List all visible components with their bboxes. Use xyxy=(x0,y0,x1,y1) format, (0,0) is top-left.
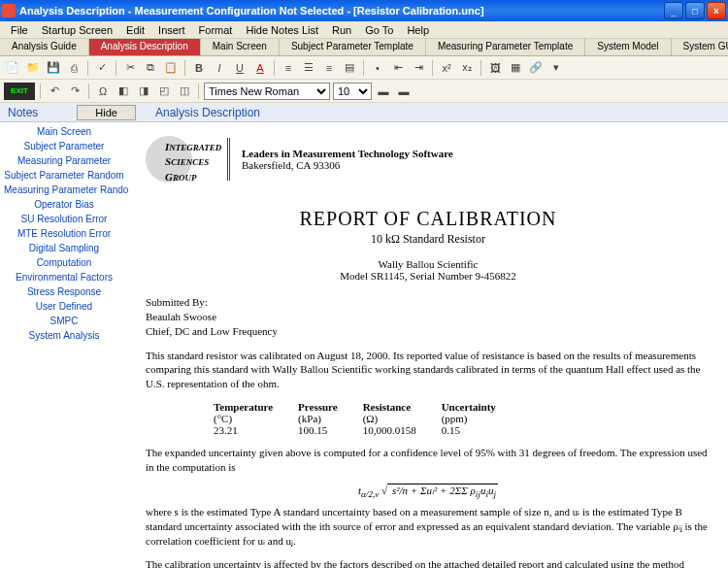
manufacturer: Wally Ballou Scientific xyxy=(146,258,711,270)
super-icon[interactable]: x² xyxy=(438,59,455,77)
sub-icon[interactable]: x₂ xyxy=(458,59,476,77)
exit-button[interactable]: EXIT xyxy=(4,83,35,100)
menu-format[interactable]: Format xyxy=(192,22,240,38)
maximize-button[interactable]: □ xyxy=(685,2,705,19)
tab-system-gui[interactable]: System GUI xyxy=(672,39,728,55)
app-icon xyxy=(2,4,16,17)
menu-startup-screen[interactable]: Startup Screen xyxy=(35,22,119,38)
paragraph-3: where s is the estimated Type A standard… xyxy=(146,505,711,549)
nav-smpc[interactable]: SMPC xyxy=(0,314,128,328)
image-icon[interactable]: 🖼 xyxy=(486,59,504,77)
nav-main-screen[interactable]: Main Screen xyxy=(0,124,128,139)
report-title: REPORT OF CALIBRATION xyxy=(146,208,711,230)
new-icon[interactable]: 📄 xyxy=(4,59,21,77)
nav-stress-response[interactable]: Stress Response xyxy=(0,284,128,299)
separator xyxy=(184,60,185,76)
nav-measuring-parameter-random[interactable]: Measuring Parameter Random xyxy=(0,183,128,197)
open-icon[interactable]: 📁 xyxy=(24,59,42,77)
unit-temperature: (°C) xyxy=(214,413,298,424)
nav-mte-resolution-error[interactable]: MTE Resolution Error xyxy=(0,226,128,241)
tagline: Leaders in Measurement Technology Softwa… xyxy=(242,148,453,159)
font-select[interactable]: Times New Roman xyxy=(204,83,330,100)
align-justify-icon[interactable]: ▤ xyxy=(341,59,358,77)
minimize-button[interactable]: _ xyxy=(664,2,683,19)
copy-icon[interactable]: ⧉ xyxy=(142,59,159,77)
paste-icon[interactable]: 📋 xyxy=(162,59,180,77)
nav-environmental-factors[interactable]: Environmental Factors xyxy=(0,270,128,284)
menu-hide-notes-list[interactable]: Hide Notes List xyxy=(239,22,325,38)
sub2-icon[interactable]: ◧ xyxy=(115,83,132,100)
unit-pressure: (kPa) xyxy=(298,413,363,424)
tab-measuring-parameter-template[interactable]: Measuring Parameter Template xyxy=(426,39,585,55)
tab-subject-parameter-template[interactable]: Subject Parameter Template xyxy=(280,39,426,55)
clear-icon[interactable]: ◫ xyxy=(176,83,193,100)
separator xyxy=(480,60,481,76)
line-right-icon[interactable]: ▬ xyxy=(395,83,413,100)
italic-icon[interactable]: I xyxy=(211,59,228,77)
separator xyxy=(274,60,275,76)
logo-icon: INTEGRATED SCIENCES GROUP xyxy=(146,134,215,184)
nav-operator-bias[interactable]: Operator Bias xyxy=(0,197,128,212)
bullets-icon[interactable]: • xyxy=(369,59,386,77)
print-icon[interactable]: ⎙ xyxy=(65,59,83,77)
nav-su-resolution-error[interactable]: SU Resolution Error xyxy=(0,212,128,226)
underline-icon[interactable]: U xyxy=(231,59,248,77)
letterhead-text: Leaders in Measurement Technology Softwa… xyxy=(242,148,453,171)
nav-subject-parameter[interactable]: Subject Parameter xyxy=(0,139,128,153)
tabbar: Analysis Guide Analysis Description Main… xyxy=(0,39,728,56)
notes-title: Analysis Description xyxy=(155,106,260,119)
submitted-label: Submitted By: xyxy=(146,295,711,310)
tab-analysis-guide[interactable]: Analysis Guide xyxy=(0,39,89,55)
nav-user-defined[interactable]: User Defined xyxy=(0,299,128,314)
close-button[interactable]: × xyxy=(707,2,726,19)
undo-icon[interactable]: ↶ xyxy=(46,83,63,100)
formula: tα/2,ν √ s²/n + Σuᵢ² + 2ΣΣ ρijuiuj xyxy=(146,484,711,499)
align-right-icon[interactable]: ≡ xyxy=(320,59,338,77)
separator xyxy=(87,60,88,76)
redo-icon[interactable]: ↷ xyxy=(66,83,83,100)
menu-run[interactable]: Run xyxy=(325,22,358,38)
submitter-title: Chief, DC and Low Frequency xyxy=(146,324,711,339)
cut-icon[interactable]: ✂ xyxy=(121,59,139,77)
nav-computation[interactable]: Computation xyxy=(0,255,128,270)
symbol-icon[interactable]: Ω xyxy=(94,83,112,100)
bold-icon[interactable]: B xyxy=(190,59,208,77)
tab-analysis-description[interactable]: Analysis Description xyxy=(89,39,201,55)
notes-label: Notes xyxy=(8,106,38,119)
tab-system-model[interactable]: System Model xyxy=(585,39,671,55)
font-color-icon[interactable]: A xyxy=(251,59,269,77)
value-resistance: 10,000.0158 xyxy=(363,424,442,436)
value-pressure: 100.15 xyxy=(298,424,363,436)
value-temperature: 23.21 xyxy=(214,424,298,436)
hide-button[interactable]: Hide xyxy=(77,105,136,120)
paragraph-2: The expanded uncertainty given above is … xyxy=(146,446,711,475)
nav-system-analysis[interactable]: System Analysis xyxy=(0,328,128,343)
spell-icon[interactable]: ✓ xyxy=(93,59,111,77)
table-icon[interactable]: ▦ xyxy=(507,59,524,77)
menu-help[interactable]: Help xyxy=(400,22,436,38)
menu-goto[interactable]: Go To xyxy=(358,22,400,38)
line-left-icon[interactable]: ▬ xyxy=(375,83,392,100)
paragraph-1: This standard resistor was calibrated on… xyxy=(146,349,711,392)
style-icon[interactable]: ▾ xyxy=(547,59,565,77)
sup2-icon[interactable]: ◨ xyxy=(135,83,152,100)
save-icon[interactable]: 💾 xyxy=(45,59,62,77)
submitter-name: Beaulah Swoose xyxy=(146,310,711,324)
indent-inc-icon[interactable]: ⇥ xyxy=(410,59,427,77)
size-select[interactable]: 10 xyxy=(333,83,372,100)
link-icon[interactable]: 🔗 xyxy=(527,59,545,77)
nav-measuring-parameter[interactable]: Measuring Parameter xyxy=(0,153,128,168)
menu-edit[interactable]: Edit xyxy=(119,22,151,38)
menu-file[interactable]: File xyxy=(4,22,35,38)
align-center-icon[interactable]: ☰ xyxy=(300,59,317,77)
indent-dec-icon[interactable]: ⇤ xyxy=(389,59,407,77)
tab-main-screen[interactable]: Main Screen xyxy=(201,39,280,55)
unit-resistance: (Ω) xyxy=(363,413,442,424)
document-content[interactable]: INTEGRATED SCIENCES GROUP Leaders in Mea… xyxy=(128,122,728,568)
nav-subject-parameter-random[interactable]: Subject Parameter Random xyxy=(0,168,128,183)
menu-insert[interactable]: Insert xyxy=(151,22,192,38)
nav-digital-sampling[interactable]: Digital Sampling xyxy=(0,241,128,255)
separator xyxy=(116,60,116,76)
align-left-icon[interactable]: ≡ xyxy=(280,59,297,77)
format2-icon[interactable]: ◰ xyxy=(155,83,173,100)
